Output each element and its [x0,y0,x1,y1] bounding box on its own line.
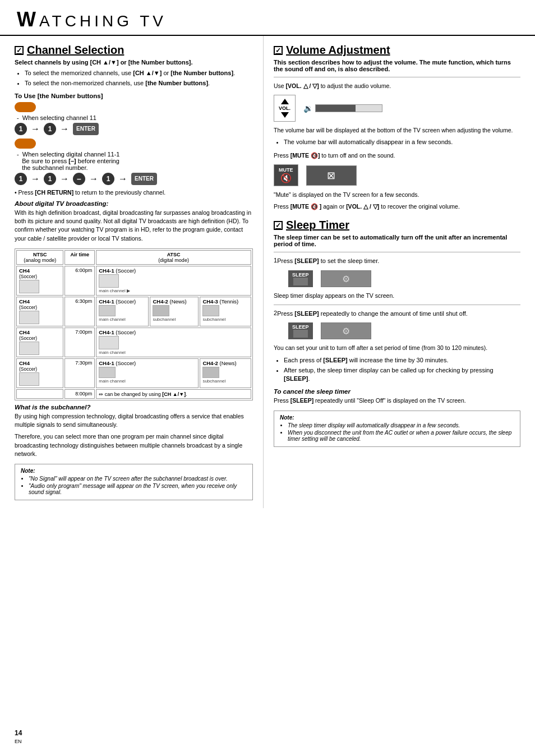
orange-btn-1 [15,102,36,112]
main-content: ✓ Channel Selection Select channels by u… [0,36,535,508]
orange-btn-row-2 [15,139,253,149]
diag-atsc-2c: CH4-3 (Tennis) subchannel [200,297,251,326]
button-row-1: 1 → 1 → ENTER [15,123,253,135]
sleep-hr [274,252,520,252]
diag-ntsc-header: NTSC(analog mode) [16,250,63,265]
diag-time-2: 6:30pm [64,297,95,326]
mute-press-text: Press [MUTE 🔇] to turn off and on the so… [274,151,520,160]
sleep-btn-label-2: SLEEP [292,324,309,330]
vol-up-icon [281,99,289,104]
left-column: ✓ Channel Selection Select channels by u… [0,36,264,508]
num-buttons-heading: To Use [the Number buttons] [15,93,253,99]
cancel-sleep-text: Press [SLEEP] repeatedly until "Sleep Of… [274,397,520,405]
ch-return-note: • Press [CH RETURN] to return to the pre… [15,188,253,197]
diag-atsc-header: ATSC(digital mode) [96,250,251,265]
sleep-screen-box-1: ⚙ [321,270,371,287]
mute-btn-box: MUTE 🔇 [274,164,298,186]
step1-note: Sleep timer display appears on the TV sc… [274,292,520,300]
sleep-diagram-1: SLEEP ⚙ [288,270,520,287]
vol-down-icon [281,112,289,118]
orange-btn-2 [15,139,36,149]
header-title: ATCHING TV [39,12,167,30]
btn-2b[interactable]: 1 [44,173,56,185]
mute-diagram: MUTE 🔇 ⊠ [274,164,520,186]
volume-check-icon: ✓ [274,46,283,55]
volume-subtitle: This section describes how to adjust the… [274,59,520,72]
diag-ntsc-5 [16,389,63,399]
channel-subtitle: Select channels by using [CH ▲/▼] or [th… [15,59,253,66]
vol-hr [274,77,520,77]
page-header: WATCHING TV [0,0,535,36]
sleep-bullet-1: Each press of [SLEEP] will increase the … [284,356,520,365]
mute-x-icon: ⊠ [327,169,335,182]
page-number: 14 [15,729,22,737]
sleep-bullets: Each press of [SLEEP] will increase the … [274,356,520,384]
sleep-check-icon: ✓ [274,221,283,230]
mute-screen-desc: "Mute" is displayed on the TV screen for… [274,191,520,199]
diag-time-4: 7:30pm [64,358,95,388]
diag-atsc-4a: CH4-1 (Soccer) main channel [96,358,199,388]
mute-icon: 🔇 [280,173,292,183]
vol-btn-box: VOL. [274,95,296,122]
page-footer: 14 EN [15,729,22,745]
arrow-4: → [60,174,69,184]
diag-row-1: CH4 (Soccer) 6:00pm CH4-1 (Soccer) main … [16,266,251,296]
page-lang: EN [15,739,22,744]
sleep-title-text: Sleep Timer [286,219,349,232]
vol-diagram: VOL. 🔉 [274,95,520,122]
channel-note-1: "No Signal" will appear on the TV screen… [29,476,247,482]
channel-note-box: Note: "No Signal" will appear on the TV … [15,464,253,500]
sleep-step-2: 2 Press [SLEEP] repeatedly to change the… [274,310,520,318]
btn-dash[interactable]: – [73,173,85,185]
vol-bar-display: 🔉 [303,104,382,113]
diag-time-3: 7:00pm [64,328,95,357]
diag-row-2: CH4 (Soccer) 6:30pm CH4-1 (Soccer) main … [16,297,251,326]
diag-atsc-4b: CH4-2 (News) subchannel [200,358,251,388]
sleep-section-title: ✓ Sleep Timer [274,219,520,232]
mute-screen-box: ⊠ [306,165,357,186]
diag-airtime-header: Air time [64,250,95,265]
digital-tv-heading: About digital TV broadcasting: [15,200,253,207]
btn-1a[interactable]: 1 [15,123,27,135]
btn-2c[interactable]: 1 [102,173,114,185]
sleep-btn-bar-2 [293,330,308,338]
channel-check-icon: ✓ [15,46,24,55]
diag-atsc-1: CH4-1 (Soccer) main channel ▶ [96,266,251,296]
volume-title-text: Volume Adjustment [286,44,390,57]
arrow-3: → [31,174,40,184]
example2-label: - When selecting digital channel 11-1 Be… [17,151,253,171]
channel-bullet-1: To select the memorized channels, use [C… [25,69,253,77]
enter-btn-2[interactable]: ENTER [131,173,157,185]
sleep-btn-box-2: SLEEP [288,322,313,339]
volume-section-title: ✓ Volume Adjustment [274,44,520,57]
btn-2a[interactable]: 1 [15,173,27,185]
w-letter: W [17,8,39,31]
step2-note: You can set your unit to turn off after … [274,344,520,352]
channel-note-2: "Audio only program" message will appear… [29,483,247,495]
sleep-btn-bar [293,278,308,285]
sleep-note-box: Note: The sleep timer display will autom… [274,411,520,447]
right-column: ✓ Volume Adjustment This section describ… [264,36,535,508]
step-2-text: Press [SLEEP] repeatedly to change the a… [277,310,468,318]
diag-arrows-note: ⇔ can be changed by using [CH ▲/▼]. [96,389,251,399]
vol-disappear-note: The volume bar will automatically disapp… [284,138,520,146]
diag-atsc-3: CH4-1 (Soccer) main channel [96,328,251,357]
subchannel-text1: By using high compression technology, di… [15,412,253,429]
mute-recover-text: Press [MUTE 🔇 ] again or [VOL. △ / ▽] to… [274,202,520,211]
arrow-6: → [118,174,127,184]
diag-ntsc-1: CH4 (Soccer) [16,266,63,296]
enter-btn-1[interactable]: ENTER [73,123,99,135]
mute-label: MUTE [279,167,293,173]
btn-1b[interactable]: 1 [44,123,56,135]
sleep-screen-icon-1: ⚙ [342,273,350,284]
diag-time-5: 8:00pm [64,389,95,399]
orange-btn-row-1 [15,102,253,112]
example1-label: - When selecting channel 11 [17,114,253,121]
arrow-5: → [89,174,98,184]
sleep-note-title: Note: [280,414,514,421]
vol-bar-desc: The volume bar will be displayed at the … [274,126,520,135]
subchannel-heading: What is the subchannel? [15,404,253,411]
diag-row-4: CH4 (Soccer) 7:30pm CH4-1 (Soccer) main … [16,358,251,388]
sleep-diagram-2: SLEEP ⚙ [288,322,520,339]
sleep-btn-label-1: SLEEP [292,272,309,278]
